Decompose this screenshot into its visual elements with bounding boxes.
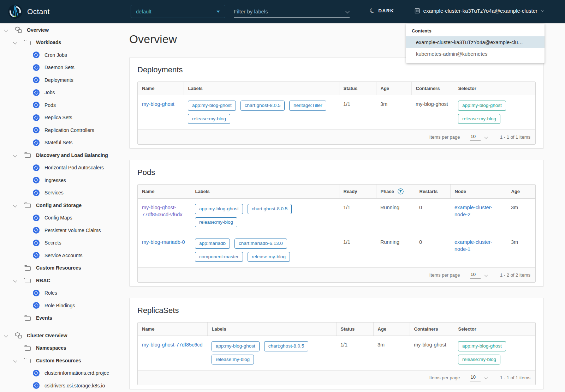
chevron-down-icon[interactable]: [13, 153, 18, 158]
deployment-link[interactable]: my-blog-ghost: [142, 101, 174, 107]
replication-controllers-icon: [32, 127, 40, 134]
folder-icon: [24, 152, 31, 159]
sidebar-item-namespaces[interactable]: Namespaces: [0, 342, 120, 355]
column-header-age: Age: [376, 82, 411, 95]
chevron-down-icon[interactable]: [13, 203, 18, 208]
column-header-containers: Containers: [411, 82, 454, 95]
column-header-name: Name: [138, 82, 184, 95]
stateful-sets-icon: [32, 139, 40, 146]
labels-cell: app:my-blog-ghost chart:ghost-8.0.5 heri…: [184, 95, 339, 130]
label-tag: chart:ghost-8.0.5: [264, 341, 308, 351]
sidebar-item-deployments[interactable]: Deployments: [0, 74, 120, 86]
chevron-down-icon[interactable]: [4, 28, 8, 32]
table-row: my-blog-ghost-77df85c6cd app:my-blog-gho…: [138, 336, 535, 370]
sidebar-item-cluster-overview[interactable]: Cluster Overview: [0, 329, 120, 342]
chevron-down-icon[interactable]: [13, 358, 18, 363]
replicasets-card-title: ReplicaSets: [137, 306, 536, 315]
role-bindings-icon: [32, 302, 40, 309]
sidebar-item-daemon-sets[interactable]: Daemon Sets: [0, 61, 120, 74]
containers-cell: my-blog-ghost: [410, 336, 454, 370]
sidebar-item-service-accounts[interactable]: Service Accounts: [0, 249, 120, 262]
context-selector[interactable]: example-cluster-ka3TuTzYo4a@example-clus…: [414, 8, 545, 14]
items-per-page-select[interactable]: 10: [470, 272, 488, 279]
sidebar-item-persistent-volume-claims[interactable]: Persistent Volume Claims: [0, 224, 120, 237]
chevron-down-icon[interactable]: [13, 40, 18, 45]
items-per-page-select[interactable]: 10: [470, 374, 488, 381]
label-tag: app:mariadb: [195, 239, 230, 249]
sidebar-item-ingresses[interactable]: Ingresses: [0, 174, 120, 187]
sidebar-item-secrets[interactable]: Secrets: [0, 237, 120, 249]
column-header-labels: Labels: [184, 82, 339, 95]
sidebar-item-cron-jobs[interactable]: Cron Jobs: [0, 49, 120, 61]
sidebar-item-stateful-sets[interactable]: Stateful Sets: [0, 137, 120, 149]
sidebar-item-discovery-and-load-balancing[interactable]: Discovery and Load Balancing: [0, 149, 120, 162]
name-cell: my-blog-ghost-77df85c6cd-vf6dx: [138, 199, 191, 233]
sidebar-item-replication-controllers[interactable]: Replication Controllers: [0, 124, 120, 137]
replicasets-card: ReplicaSets Name Labels Status Age Conta…: [129, 298, 544, 389]
node-link[interactable]: example-cluster-node-2: [454, 205, 492, 217]
theme-toggle[interactable]: ☾ DARK: [370, 8, 394, 14]
sidebar-item-workloads[interactable]: Workloads: [0, 36, 120, 49]
custom-resource-icon: [32, 369, 40, 376]
secrets-icon: [32, 239, 40, 246]
context-menu-item[interactable]: kubernetes-admin@kubernetes: [406, 48, 545, 60]
namespace-select[interactable]: default: [131, 5, 225, 18]
sidebar-item-config-maps[interactable]: Config Maps: [0, 212, 120, 224]
chevron-down-icon[interactable]: [345, 10, 350, 14]
selector-tag: release:my-blog: [458, 355, 500, 365]
cron-jobs-icon: [32, 52, 40, 59]
sidebar-item-clusterinformations[interactable]: clusterinformations.crd.projec: [0, 367, 120, 380]
items-per-page-label: Items per page: [429, 134, 460, 140]
pod-link[interactable]: my-blog-ghost-77df85c6cd-vf6dx: [142, 205, 182, 217]
sidebar-item-events[interactable]: Events: [0, 312, 120, 325]
label-filter-input[interactable]: [234, 8, 345, 14]
pod-link[interactable]: my-blog-mariadb-0: [142, 239, 185, 245]
age-cell: 3m: [376, 95, 411, 130]
age-cell: 3m: [507, 233, 535, 268]
sidebar-item-config-and-storage[interactable]: Config and Storage: [0, 199, 120, 212]
pods-card-title: Pods: [137, 168, 536, 177]
selector-cell: app:my-blog-ghost release:my-blog: [454, 336, 535, 370]
sidebar-item-replica-sets[interactable]: Replica Sets: [0, 111, 120, 124]
roles-icon: [32, 289, 40, 296]
sidebar-item-overview[interactable]: Overview: [0, 24, 120, 36]
label-tag: chart:mariadb-6.13.0: [234, 239, 287, 249]
column-header-containers: Containers: [410, 322, 454, 336]
table-pagination: Items per page 10 1 - 1 of 1 items: [138, 129, 535, 144]
sidebar-item-pods[interactable]: Pods: [0, 99, 120, 111]
pvc-icon: [32, 227, 40, 234]
selector-tag: release:my-blog: [458, 114, 500, 124]
label-tag: release:my-blog: [195, 217, 237, 228]
replicasets-table: Name Labels Status Age Containers Select…: [137, 322, 536, 385]
sidebar-item-rbac[interactable]: RBAC: [0, 274, 120, 287]
context-menu-item[interactable]: example-cluster-ka3TuTzYo4a@example-clu…: [406, 36, 545, 48]
filter-icon[interactable]: [398, 188, 404, 194]
sidebar-item-roles[interactable]: Roles: [0, 287, 120, 300]
sidebar-item-csidrivers[interactable]: csidrivers.csi.storage.k8s.io: [0, 379, 120, 392]
column-header-selector: Selector: [454, 322, 535, 336]
sidebar-item-cluster-custom-resources[interactable]: Custom Resources: [0, 354, 120, 367]
containers-cell: my-blog-ghost: [411, 95, 454, 130]
column-header-age: Age: [373, 322, 410, 336]
table-row: my-blog-mariadb-0 app:mariadb chart:mari…: [138, 233, 535, 268]
sidebar-item-custom-resources[interactable]: Custom Resources: [0, 262, 120, 275]
ready-cell: 1/1: [339, 199, 376, 233]
chevron-down-icon: [484, 376, 488, 380]
column-header-selector: Selector: [454, 82, 535, 95]
sidebar-nav: Overview Workloads Cron Jobs Daemon Sets…: [0, 23, 120, 392]
folder-icon: [24, 344, 31, 351]
sidebar-item-horizontal-pod-autoscalers[interactable]: Horizontal Pod Autoscalers: [0, 162, 120, 174]
sidebar-item-jobs[interactable]: Jobs: [0, 86, 120, 99]
items-per-page-select[interactable]: 10: [470, 134, 488, 141]
service-accounts-icon: [32, 252, 40, 259]
replicaset-link[interactable]: my-blog-ghost-77df85c6cd: [142, 342, 203, 348]
chevron-down-icon[interactable]: [4, 333, 8, 338]
sidebar-item-role-bindings[interactable]: Role Bindings: [0, 299, 120, 312]
label-tag: chart:ghost-8.0.5: [248, 204, 292, 214]
chevron-down-icon[interactable]: [13, 278, 18, 283]
folder-icon: [24, 39, 31, 46]
pagination-range: 1 - 1 of 1 items: [500, 375, 530, 380]
node-link[interactable]: example-cluster-node-1: [454, 239, 492, 252]
daemon-sets-icon: [32, 64, 40, 71]
sidebar-item-services[interactable]: Services: [0, 187, 120, 199]
